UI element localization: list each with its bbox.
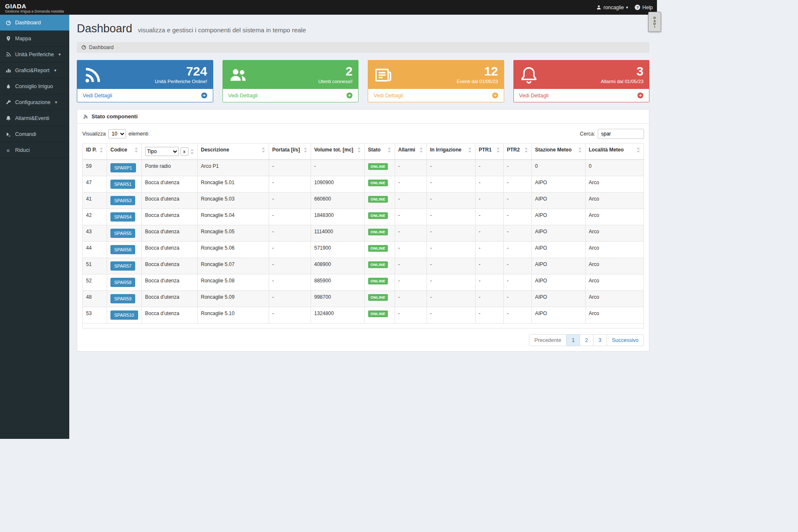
- cell-id: 41: [83, 193, 107, 209]
- codice-button[interactable]: SPAR54: [110, 212, 135, 222]
- sort-icon[interactable]: [496, 147, 500, 153]
- cell-ptr1: -: [475, 242, 503, 258]
- cell-stazione: AIPO: [531, 225, 585, 242]
- sort-icon[interactable]: [190, 149, 194, 154]
- cell-allarmi: -: [395, 258, 426, 274]
- sort-icon[interactable]: [357, 147, 361, 153]
- pagination-page-1[interactable]: 1: [566, 334, 580, 346]
- cell-codice: SPAR57: [107, 258, 142, 274]
- vedi-dettagli-link[interactable]: Vedi Dettagli: [519, 93, 549, 99]
- infobox-value: 724: [155, 65, 207, 78]
- cell-descrizione: Roncaglie 5.09: [197, 291, 269, 307]
- cell-stato: ONLINE: [364, 291, 395, 307]
- sidebar-item-grafici-report[interactable]: Grafici&Report ▾: [0, 63, 69, 78]
- codice-button[interactable]: SPARP1: [110, 163, 136, 172]
- sort-icon[interactable]: [578, 147, 582, 153]
- cell-descrizione: Roncaglie 5.08: [197, 274, 269, 291]
- codice-button[interactable]: SPAR510: [110, 310, 138, 320]
- page-length-select[interactable]: 10: [108, 129, 126, 138]
- breadcrumb: Dashboard: [77, 42, 649, 53]
- cell-stato: ONLINE: [364, 193, 395, 209]
- vedi-dettagli-link[interactable]: Vedi Dettagli: [374, 93, 403, 99]
- col-stazione-meteo[interactable]: Stazione Meteo: [531, 143, 585, 160]
- col-tipo[interactable]: Tipo x: [141, 143, 197, 160]
- cell-portata: -: [269, 193, 311, 209]
- cell-in_irrigazione: -: [426, 291, 475, 307]
- arrow-circle-right-icon[interactable]: [637, 92, 644, 99]
- codice-button[interactable]: SPAR58: [110, 278, 135, 287]
- sidebar-item-comandi[interactable]: Comandi: [0, 126, 69, 142]
- sort-icon[interactable]: [636, 147, 640, 153]
- cell-codice: SPAR510: [107, 307, 142, 323]
- page-title: Dashboard: [77, 22, 132, 35]
- codice-button[interactable]: SPAR51: [110, 180, 135, 189]
- infobox-unita-periferiche: 724 Unità Periferiche Online! Vedi Detta…: [77, 60, 213, 102]
- cell-allarmi: -: [395, 242, 426, 258]
- col-localita-meteo[interactable]: Località Meteo: [585, 143, 644, 160]
- cell-id: 48: [83, 291, 107, 307]
- sidebar-item-dashboard[interactable]: Dashboard: [0, 15, 69, 31]
- sidebar-item-consiglio-irriguo[interactable]: Consiglio Irriguo: [0, 78, 69, 94]
- help-link[interactable]: ? Help: [635, 5, 653, 10]
- pagination-page-2[interactable]: 2: [580, 334, 594, 346]
- tipo-filter-select[interactable]: Tipo: [145, 147, 179, 156]
- arrow-circle-right-icon[interactable]: [346, 92, 353, 99]
- search-input[interactable]: [598, 129, 644, 139]
- col-allarmi[interactable]: Allarmi: [395, 143, 426, 160]
- sort-icon[interactable]: [304, 147, 307, 153]
- table-foot: [83, 323, 644, 329]
- pagination-prev-button[interactable]: Precedente: [529, 334, 567, 346]
- arrow-circle-right-icon[interactable]: [201, 92, 207, 99]
- vedi-dettagli-link[interactable]: Vedi Dettagli: [83, 93, 112, 99]
- breadcrumb-item[interactable]: Dashboard: [89, 44, 114, 50]
- col-portata[interactable]: Portata [l/s]: [269, 143, 311, 160]
- infobox-top: 12 Eventi dal 01/05/23: [368, 60, 504, 89]
- arrow-circle-right-icon[interactable]: [492, 92, 498, 99]
- col-codice[interactable]: Codice: [107, 143, 142, 160]
- caret-down-icon: ▾: [54, 68, 56, 73]
- sidebar-item-label: Dashboard: [15, 20, 41, 26]
- sidebar-item-allarmi-eventi[interactable]: Allarmi&Eventi: [0, 110, 69, 126]
- sidebar-item-unita-periferiche[interactable]: Unità Periferiche ▾: [0, 47, 69, 63]
- cell-tipo: Bocca d'utenza: [141, 225, 197, 242]
- tipo-filter-clear-button[interactable]: x: [181, 147, 188, 156]
- pagination-page-3[interactable]: 3: [593, 334, 607, 346]
- sort-icon[interactable]: [524, 147, 528, 153]
- sort-icon[interactable]: [134, 147, 138, 153]
- pagination-next-button[interactable]: Successivo: [607, 334, 644, 346]
- col-id-p[interactable]: ID P.: [83, 143, 107, 160]
- cell-allarmi: -: [395, 209, 426, 225]
- col-volume[interactable]: Volume tot. [mc]: [311, 143, 364, 160]
- col-in-irrigazione[interactable]: In Irrigazione: [426, 143, 475, 160]
- codice-button[interactable]: SPAR57: [110, 261, 135, 271]
- cell-in_irrigazione: -: [426, 225, 475, 242]
- col-descrizione[interactable]: Descrizione: [197, 143, 269, 160]
- panel-body: Visualizza 10 elementi Cerca: ID: [77, 124, 649, 351]
- sidebar-item-configurazione[interactable]: Configurazione ▾: [0, 94, 69, 110]
- cell-codice: SPAR53: [107, 193, 142, 209]
- sidebar-item-mappa[interactable]: Mappa: [0, 31, 69, 47]
- col-stato[interactable]: Stato: [364, 143, 395, 160]
- table-row: 53SPAR510Bocca d'utenzaRoncaglie 5.10-13…: [83, 307, 644, 323]
- sort-icon[interactable]: [419, 147, 423, 153]
- col-ptr1[interactable]: PTR1: [475, 143, 503, 160]
- col-ptr2[interactable]: PTR2: [503, 143, 531, 160]
- codice-button[interactable]: SPAR53: [110, 196, 135, 205]
- codice-button[interactable]: SPAR59: [110, 294, 135, 303]
- codice-button[interactable]: SPAR56: [110, 245, 135, 254]
- infobox-footer: Vedi Dettagli: [77, 89, 213, 102]
- sort-icon[interactable]: [387, 147, 391, 153]
- dad-widget[interactable]: DaDi: [648, 12, 661, 32]
- codice-button[interactable]: SPAR55: [110, 229, 135, 238]
- sidebar-collapse[interactable]: « Riduci: [0, 142, 69, 158]
- brand[interactable]: GIADA Gestione Irrigua a Domanda Assisti…: [0, 2, 69, 13]
- cell-stazione: AIPO: [531, 258, 585, 274]
- user-menu[interactable]: roncaglie ▾: [596, 5, 628, 10]
- vedi-dettagli-link[interactable]: Vedi Dettagli: [228, 93, 258, 99]
- cell-allarmi: -: [395, 225, 426, 242]
- sort-icon[interactable]: [262, 147, 265, 153]
- cell-in_irrigazione: -: [426, 307, 475, 323]
- cell-localita: Arco: [585, 258, 644, 274]
- sort-icon[interactable]: [468, 147, 472, 153]
- sort-icon[interactable]: [99, 147, 103, 153]
